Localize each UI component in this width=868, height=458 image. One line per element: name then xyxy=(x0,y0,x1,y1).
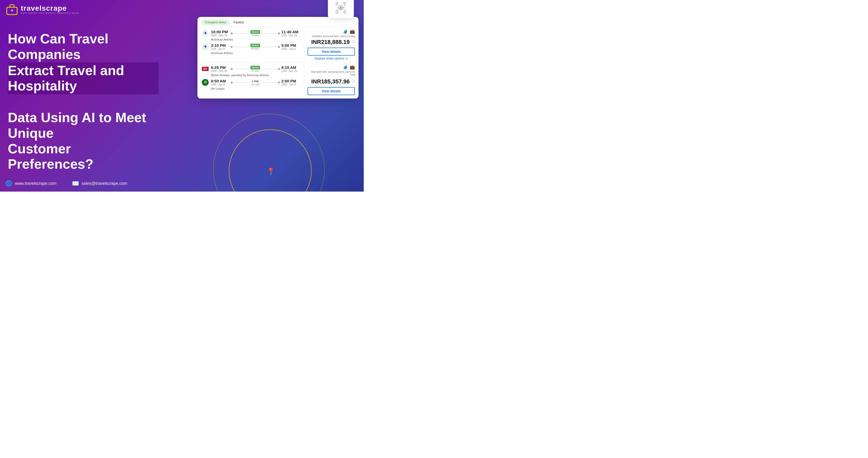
section2-right: 🧳 💼 Standard fare: personal item, carry-… xyxy=(304,63,359,98)
outbound-row-2: BA 6:25 PM ORD · Dec 28 Direct 7h 50m xyxy=(202,65,300,72)
view-details-btn-2[interactable]: View details xyxy=(308,87,355,95)
svg-point-4 xyxy=(336,11,338,13)
arrive-block-3: 8:15 AM LHR · Dec 29 xyxy=(281,65,300,72)
ai-circuit-icon: AI xyxy=(333,1,349,14)
svg-point-5 xyxy=(344,11,346,13)
direct-badge-3: Direct xyxy=(250,66,260,69)
price-row-2: INR185,357.96 ⓘ xyxy=(311,77,355,86)
direct-badge-2: Direct xyxy=(250,44,260,47)
aer-lingus-icon: 🍀 xyxy=(202,79,209,86)
route-line-4: 1 stop 11h 10m xyxy=(231,79,280,86)
outbound-row-1: ✈ 10:00 PM ORD · Dec 28 Direct 7h 40m xyxy=(202,30,300,37)
aa-logo-1: ✈ xyxy=(202,30,209,37)
depart-block-2: 2:10 PM LHR · Jan 4 xyxy=(211,43,229,51)
baggage-icons-2: 🧳 💼 xyxy=(343,65,355,70)
arrive-block-1: 11:40 AM LHR · Dec 29 xyxy=(281,30,300,37)
bag-icon-2: 💼 xyxy=(350,29,355,34)
tab-fastest[interactable]: Fastest xyxy=(231,20,247,25)
logo-name: travelscrape xyxy=(21,5,80,12)
depart-block-1: 10:00 PM ORD · Dec 28 xyxy=(211,30,229,37)
depart-block-4: 8:50 AM LHR · Jan 4 xyxy=(211,79,229,86)
price-1: INR218,888.19 xyxy=(311,39,350,45)
svg-text:✈: ✈ xyxy=(204,44,207,49)
flight-times-in-1: 2:10 PM LHR · Jan 4 Direct 8h 50m xyxy=(211,43,300,51)
svg-point-2 xyxy=(336,2,338,4)
american-airlines-icon-2: ✈ xyxy=(202,43,209,51)
svg-text:🍀: 🍀 xyxy=(203,80,208,85)
american-airlines-icon: ✈ xyxy=(202,30,209,37)
header: ✈ travelscrape EXPLORING THE WORLD THROU… xyxy=(5,3,80,16)
globe-icon: 🌐 xyxy=(5,180,12,187)
view-details-btn-1[interactable]: View details xyxy=(308,48,355,56)
logo-icon: ✈ xyxy=(5,3,19,16)
section1-right: 🧳 💼 Included: personal item, carry-on ba… xyxy=(304,27,359,62)
footer-email: ✉️ sales@travelscrape.com xyxy=(72,180,127,187)
inbound-row-2: 🍀 8:50 AM LHR · Jan 4 1 stop 11h 10m xyxy=(202,79,300,86)
flight-times-out-1: 10:00 PM ORD · Dec 28 Direct 7h 40m xyxy=(211,30,300,37)
svg-text:AI: AI xyxy=(340,6,342,9)
baggage-text-1: Included: personal item, carry-on bag xyxy=(312,35,355,38)
ba-logo: BA xyxy=(202,65,209,72)
airline-name-2b: Aer Lingus xyxy=(211,87,300,90)
depart-block-3: 6:25 PM ORD · Dec 28 xyxy=(211,65,229,72)
logo-tagline: EXPLORING THE WORLD THROUGH DATA xyxy=(21,12,80,14)
arrive-block-4: 2:00 PM ORD · Jan 4 xyxy=(281,79,300,86)
tab-cheapest[interactable]: Cheapest direct xyxy=(202,20,229,25)
airline-name-1a: American Airlines xyxy=(211,38,300,41)
airline-name-2a: British Airways, operated by American Ai… xyxy=(211,73,300,77)
arrive-block-2: 5:00 PM ORD · Jan 4 xyxy=(281,43,300,51)
direct-badge-1: Direct xyxy=(250,30,260,34)
flight-section-1: ✈ 10:00 PM ORD · Dec 28 Direct 7h 40m xyxy=(197,27,359,63)
section1-left: ✈ 10:00 PM ORD · Dec 28 Direct 7h 40m xyxy=(197,27,304,62)
svg-text:✈: ✈ xyxy=(10,8,14,13)
route-line-1: Direct 7h 40m xyxy=(231,30,280,37)
flight-tabs: Cheapest direct Fastest xyxy=(197,17,359,27)
info-icon-2: ⓘ xyxy=(351,79,355,84)
explore-link-1[interactable]: Explore ticket options ∨ xyxy=(308,57,355,60)
route-dot-end xyxy=(278,32,280,34)
stop-badge-1: 1 stop xyxy=(250,79,260,83)
price-row-1: INR218,888.19 ⓘ xyxy=(311,38,355,47)
british-airways-icon: BA xyxy=(202,66,209,72)
flight-times-out-2: 6:25 PM ORD · Dec 28 Direct 7h 50m xyxy=(211,65,300,72)
location-pin: 📍 xyxy=(266,167,275,176)
flight-section-2: BA 6:25 PM ORD · Dec 28 Direct 7h 50m xyxy=(197,63,359,98)
bag-icon-4: 💼 xyxy=(350,65,355,70)
flight-times-in-2: 8:50 AM LHR · Jan 4 1 stop 11h 10m xyxy=(211,79,300,86)
svg-text:BA: BA xyxy=(204,68,207,70)
email-icon: ✉️ xyxy=(72,180,79,187)
al-logo: 🍀 xyxy=(202,79,209,86)
section2-left: BA 6:25 PM ORD · Dec 28 Direct 7h 50m xyxy=(197,63,304,98)
headline-text: How Can Travel Companies Extract Travel … xyxy=(8,31,158,172)
chevron-down-icon: ∨ xyxy=(345,57,348,60)
route-line-2: Direct 8h 50m xyxy=(231,44,280,50)
bag-icon-3: 🧳 xyxy=(343,65,348,70)
fare-note-2: Standard fare: personal item, carry-on b… xyxy=(308,70,355,76)
price-2: INR185,357.96 xyxy=(311,78,350,85)
bag-icon-1: 🧳 xyxy=(343,29,348,34)
ai-badge: AI xyxy=(328,0,354,18)
headline-block: How Can Travel Companies Extract Travel … xyxy=(8,31,158,172)
svg-text:✈: ✈ xyxy=(204,31,207,35)
footer-website: 🌐 www.travelscrape.com xyxy=(5,180,56,187)
airline-name-1b: American Airlines xyxy=(211,52,300,55)
flight-panel: Cheapest direct Fastest ✈ 10:00 PM ORD ·… xyxy=(197,17,359,98)
route-dot-start xyxy=(231,32,232,34)
route-line-3: Direct 7h 50m xyxy=(231,66,280,72)
logo-text: travelscrape EXPLORING THE WORLD THROUGH… xyxy=(21,5,80,14)
info-icon-1: ⓘ xyxy=(351,40,355,44)
inbound-row-1: ✈ 2:10 PM LHR · Jan 4 Direct 8h 50m xyxy=(202,43,300,51)
baggage-icons-1: 🧳 💼 xyxy=(343,29,355,34)
aa-logo-2: ✈ xyxy=(202,43,209,51)
svg-point-3 xyxy=(344,2,346,4)
footer-bar: 🌐 www.travelscrape.com ✉️ sales@travelsc… xyxy=(5,180,127,187)
